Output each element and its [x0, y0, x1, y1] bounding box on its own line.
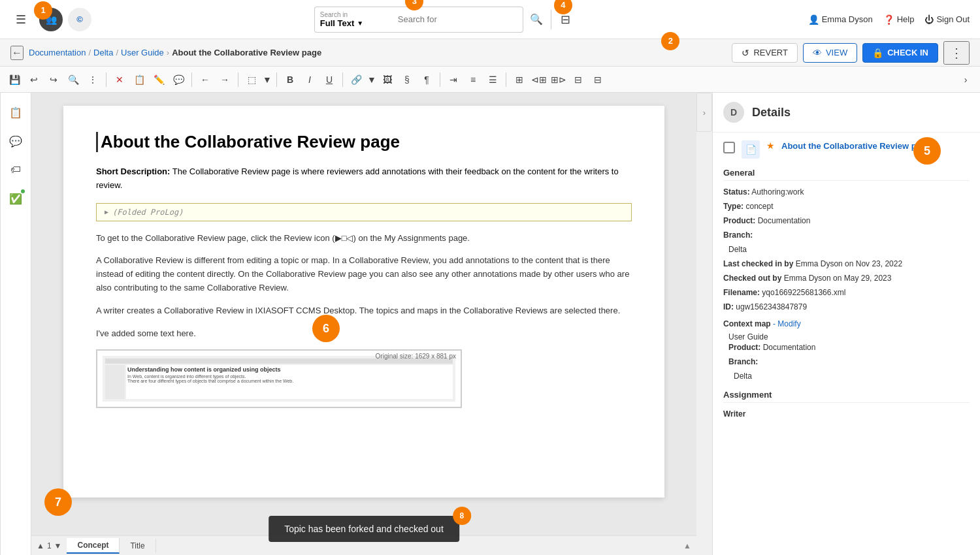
user-section: 👤 Emma Dyson ❓ Help ⏻ Sign Out [808, 14, 970, 25]
checkin-button[interactable]: 🔒 CHECK IN [862, 43, 938, 63]
image-button[interactable]: 🖼 [378, 71, 397, 89]
back-button[interactable]: ← [10, 46, 24, 60]
ordered-list-button[interactable]: ≡ [464, 71, 482, 89]
doc-star[interactable]: ★ [766, 140, 775, 151]
breadcrumb-documentation[interactable]: Documentation [29, 48, 86, 57]
forward-nav-button[interactable]: → [216, 71, 234, 89]
panel-title: Details [752, 106, 791, 119]
indent-button[interactable]: ⇥ [444, 71, 463, 89]
insert-note-button[interactable]: 📋 [130, 71, 148, 89]
italic-button[interactable]: I [301, 71, 319, 89]
badge-1: 1 [34, 1, 52, 20]
comment-button[interactable]: 💬 [169, 71, 188, 89]
folded-prolog[interactable]: ▶ (Folded ProLog) [96, 203, 632, 221]
doc-icon: 📄 [742, 140, 760, 159]
filename-value: yqo1669225681366.xml [762, 288, 845, 297]
id-label: ID: [723, 302, 734, 311]
signout-link[interactable]: ⏻ Sign Out [924, 14, 970, 25]
folded-prolog-text: (Folded ProLog) [112, 208, 183, 217]
product-label2: Product: [728, 343, 760, 352]
status-row: Status: Authoring:work [723, 186, 970, 198]
short-desc-label: Short Description: [96, 166, 170, 176]
page-info: 1 [47, 541, 52, 550]
help-link[interactable]: ❓ Help [883, 14, 915, 25]
checked-out-row: Checked out by Emma Dyson on May 29, 202… [723, 272, 970, 284]
product-value: Documentation [758, 216, 811, 225]
delete-button[interactable]: ✕ [110, 71, 129, 89]
bottom-bar-icon[interactable]: ▲ [683, 541, 691, 550]
image-area: Original size: 1629 x 881 px Understandi… [96, 349, 632, 408]
view-button[interactable]: 👁 VIEW [803, 43, 857, 63]
back-nav-button[interactable]: ← [196, 71, 214, 89]
search-type-selector[interactable]: Search in Full Text ▼ [314, 7, 393, 33]
search-input-wrap [393, 7, 523, 33]
breadcrumb-userguide[interactable]: User Guide [121, 48, 164, 57]
search-input[interactable] [398, 14, 515, 24]
unordered-list-button[interactable]: ☰ [483, 71, 502, 89]
search-in-label: Search in [320, 11, 363, 18]
save-button[interactable]: 💾 [5, 71, 24, 89]
sidebar-outline-icon[interactable]: 📋 [4, 101, 27, 124]
table-button[interactable]: ⊞ [510, 71, 529, 89]
col-after-button[interactable]: ⊞⊳ [549, 71, 568, 89]
toast-text: Topic has been forked and checked out [284, 524, 444, 534]
main-area: 📋 💬 🏷 ✅ About the Collaborative Review p… [0, 93, 980, 555]
copy-dropdown[interactable]: ▼ [262, 71, 272, 89]
hamburger-button[interactable]: ☰ [10, 10, 31, 29]
thumb-title: Understanding how content is organized u… [127, 366, 451, 373]
find-button[interactable]: 🔍 [64, 71, 82, 89]
doc-title-link[interactable]: About the Collaborative Review page [781, 140, 931, 152]
editor-wrap: About the Collaborative Review page Shor… [31, 93, 696, 555]
dropdown-link[interactable]: ▼ [367, 71, 377, 89]
more-button[interactable]: ⋮ [943, 41, 970, 65]
sidebar-review-icon[interactable]: 💬 [4, 129, 27, 153]
doc-checkbox[interactable] [723, 142, 735, 153]
copy-button[interactable]: ⬚ [242, 71, 261, 89]
right-panel-wrapper: › D Details 5 📄 ★ About the Collaborativ… [696, 93, 980, 555]
breadcrumb-bar: ← Documentation / Delta / User Guide › A… [0, 39, 980, 67]
status-label: Status: [723, 187, 750, 197]
edit-note-button[interactable]: ✏️ [150, 71, 168, 89]
paragraph-button[interactable]: ¶ [417, 71, 436, 89]
comments-icon: 💬 [9, 135, 22, 148]
row-after-button[interactable]: ⊟ [589, 71, 607, 89]
help-label: Help [897, 14, 915, 24]
document-title: About the Collaborative Review page [96, 132, 632, 152]
panel-collapse-button[interactable]: › [696, 93, 712, 132]
editor-content[interactable]: About the Collaborative Review page Shor… [63, 106, 664, 498]
page-num: ▲ [37, 541, 44, 550]
more-options-button[interactable]: ⋮ [84, 71, 102, 89]
sidebar-tag-icon[interactable]: 🏷 [4, 158, 27, 182]
general-section-label: General [723, 168, 970, 181]
toolbar-divider-4 [276, 72, 277, 87]
search-button[interactable]: 🔍 [527, 10, 546, 29]
user-menu[interactable]: 👤 Emma Dyson [808, 14, 873, 25]
revert-button[interactable]: ↺ REVERT [732, 43, 798, 63]
sidebar-task-icon[interactable]: ✅ [4, 187, 27, 210]
modify-link[interactable]: - Modify [773, 319, 801, 328]
last-checkedin-row: Last checked in by Emma Dyson on Nov 23,… [723, 258, 970, 270]
row-before-button[interactable]: ⊟ [569, 71, 587, 89]
tab-title[interactable]: Title [120, 539, 155, 553]
badge-8: 8 [453, 507, 471, 525]
thumb-text2: There are four different types of object… [127, 379, 451, 383]
toolbar-divider-6 [440, 72, 440, 87]
section-button[interactable]: § [398, 71, 416, 89]
context-map-label: Context map [723, 319, 771, 328]
toolbar-expand[interactable]: › [956, 71, 975, 89]
last-checkedin-label: Last checked in by [723, 259, 793, 268]
user-guide-link[interactable]: User Guide [728, 332, 768, 341]
underline-button[interactable]: U [320, 71, 338, 89]
type-label: Type: [723, 202, 743, 211]
assignment-label: Assignment [723, 390, 970, 403]
brand-icon[interactable]: © [68, 8, 91, 31]
col-before-button[interactable]: ⊲⊞ [530, 71, 548, 89]
breadcrumb-delta[interactable]: Delta [93, 48, 113, 57]
writer-row: Writer [723, 408, 970, 420]
tab-concept[interactable]: Concept [67, 538, 120, 554]
bold-button[interactable]: B [281, 71, 299, 89]
type-value: concept [745, 202, 773, 211]
link-button[interactable]: 🔗 [347, 71, 365, 89]
undo-button[interactable]: ↩ [25, 71, 43, 89]
redo-button[interactable]: ↪ [44, 71, 63, 89]
